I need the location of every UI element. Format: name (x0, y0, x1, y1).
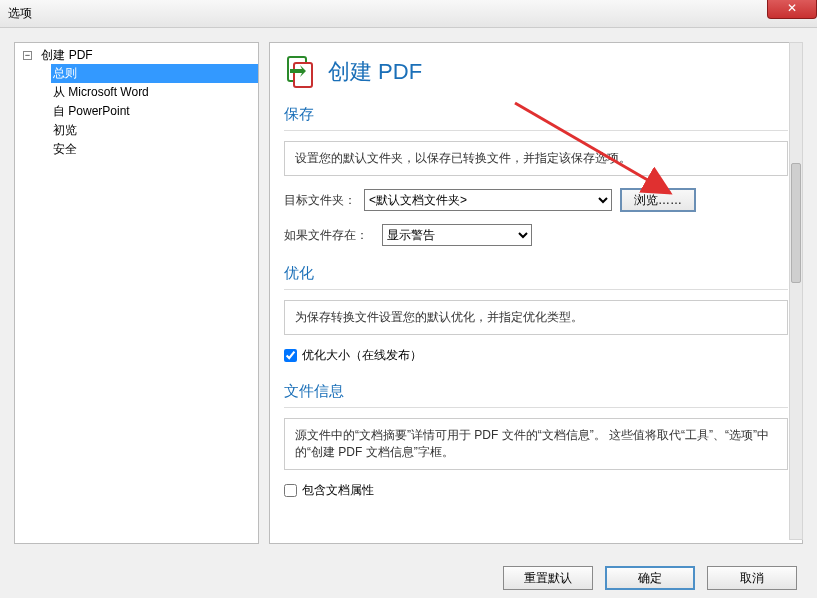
if-exists-label: 如果文件存在： (284, 227, 374, 244)
if-exists-row: 如果文件存在： 显示警告 (284, 224, 788, 246)
tree-root: − 创建 PDF 总则 从 Microsoft Word 自 PowerPoin… (15, 47, 258, 159)
window-close-button[interactable]: ✕ (767, 0, 817, 19)
tree-collapse-icon[interactable]: − (23, 51, 32, 60)
browse-button[interactable]: 浏览…… (620, 188, 696, 212)
save-section: 保存 设置您的默认文件夹，以保存已转换文件，并指定该保存选项。 目标文件夹： <… (284, 105, 788, 246)
tree-item-general[interactable]: 总则 (51, 64, 258, 83)
cancel-button[interactable]: 取消 (707, 566, 797, 590)
include-docprops-label: 包含文档属性 (302, 482, 374, 499)
optimize-size-checkbox[interactable] (284, 349, 297, 362)
ok-button[interactable]: 确定 (605, 566, 695, 590)
tree-item-msword[interactable]: 从 Microsoft Word (51, 83, 258, 102)
tree-item-preview[interactable]: 初览 (51, 121, 258, 140)
optimize-heading: 优化 (284, 264, 788, 283)
fileinfo-heading: 文件信息 (284, 382, 788, 401)
svg-rect-1 (294, 63, 312, 87)
divider (284, 130, 788, 131)
main-panel: 创建 PDF 保存 设置您的默认文件夹，以保存已转换文件，并指定该保存选项。 目… (269, 42, 803, 544)
page-title: 创建 PDF (328, 57, 422, 87)
optimize-section: 优化 为保存转换文件设置您的默认优化，并指定优化类型。 优化大小（在线发布） (284, 264, 788, 364)
fileinfo-description: 源文件中的“文档摘要”详情可用于 PDF 文件的“文档信息”。 这些值将取代“工… (284, 418, 788, 470)
titlebar: 选项 ✕ (0, 0, 817, 28)
optimize-description: 为保存转换文件设置您的默认优化，并指定优化类型。 (284, 300, 788, 335)
target-folder-label: 目标文件夹： (284, 192, 356, 209)
save-description: 设置您的默认文件夹，以保存已转换文件，并指定该保存选项。 (284, 141, 788, 176)
divider (284, 289, 788, 290)
divider (284, 407, 788, 408)
content-area: − 创建 PDF 总则 从 Microsoft Word 自 PowerPoin… (0, 28, 817, 558)
window-title: 选项 (8, 5, 32, 22)
reset-defaults-button[interactable]: 重置默认 (503, 566, 593, 590)
fileinfo-section: 文件信息 源文件中的“文档摘要”详情可用于 PDF 文件的“文档信息”。 这些值… (284, 382, 788, 499)
page-header: 创建 PDF (284, 55, 788, 89)
scrollbar-thumb[interactable] (791, 163, 801, 283)
include-docprops-checkbox[interactable] (284, 484, 297, 497)
tree-root-label[interactable]: 创建 PDF (39, 47, 94, 63)
tree-children: 总则 从 Microsoft Word 自 PowerPoint 初览 安全 (23, 64, 258, 159)
if-exists-select[interactable]: 显示警告 (382, 224, 532, 246)
dialog-footer: 重置默认 确定 取消 (0, 558, 817, 598)
tree-item-security[interactable]: 安全 (51, 140, 258, 159)
target-folder-row: 目标文件夹： <默认文档文件夹> 浏览…… (284, 188, 788, 212)
create-pdf-icon (284, 55, 318, 89)
optimize-size-label: 优化大小（在线发布） (302, 347, 422, 364)
sidebar-tree: − 创建 PDF 总则 从 Microsoft Word 自 PowerPoin… (14, 42, 259, 544)
optimize-size-row: 优化大小（在线发布） (284, 347, 788, 364)
include-docprops-row: 包含文档属性 (284, 482, 788, 499)
close-icon: ✕ (787, 1, 797, 15)
save-heading: 保存 (284, 105, 788, 124)
tree-item-powerpoint[interactable]: 自 PowerPoint (51, 102, 258, 121)
target-folder-select[interactable]: <默认文档文件夹> (364, 189, 612, 211)
vertical-scrollbar[interactable] (789, 42, 803, 540)
